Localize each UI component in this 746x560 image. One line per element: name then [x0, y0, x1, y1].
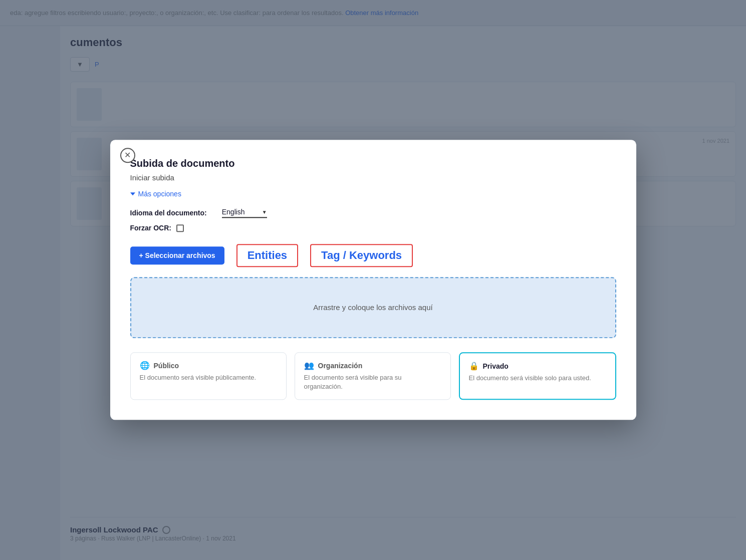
ocr-row: Forzar OCR: — [130, 224, 616, 232]
visibility-public[interactable]: 🌐 Público El documento será visible públ… — [130, 352, 287, 400]
entities-annotation-label[interactable]: Entities — [236, 244, 298, 267]
modal-title: Subida de documento — [130, 158, 616, 169]
drop-zone-text: Arrastre y coloque los archivos aquí — [313, 303, 432, 312]
visibility-public-desc: El documento será visible públicamente. — [140, 373, 277, 382]
visibility-public-header: 🌐 Público — [140, 361, 277, 370]
close-button[interactable]: ✕ — [120, 148, 135, 163]
triangle-icon — [130, 192, 135, 195]
lock-visibility-icon: 🔒 — [469, 361, 479, 371]
visibility-org-desc: El documento será visible para su organi… — [304, 373, 441, 391]
language-row: Idioma del documento: English Spanish Fr… — [130, 208, 616, 218]
ocr-label: Forzar OCR: — [130, 224, 171, 232]
language-select-wrapper: English Spanish French German Italian Po… — [222, 208, 267, 218]
ocr-checkbox[interactable] — [176, 224, 184, 232]
select-arrow-icon: ▼ — [262, 209, 267, 215]
visibility-organization[interactable]: 👥 Organización El documento será visible… — [295, 352, 451, 400]
visibility-private-desc: El documento será visible solo para uste… — [469, 374, 606, 383]
more-options-toggle[interactable]: Más opciones — [130, 190, 616, 198]
modal-subtitle: Iniciar subida — [130, 173, 616, 182]
action-row: + Seleccionar archivos Entities Tag / Ke… — [130, 244, 616, 267]
upload-modal: ✕ Subida de documento Iniciar subida Más… — [110, 140, 636, 420]
language-select[interactable]: English Spanish French German Italian Po… — [222, 208, 260, 216]
visibility-private-header: 🔒 Privado — [469, 361, 606, 371]
tags-annotation-label[interactable]: Tag / Keywords — [310, 244, 413, 267]
visibility-private-title: Privado — [483, 362, 509, 370]
visibility-org-title: Organización — [318, 362, 363, 370]
drop-zone[interactable]: Arrastre y coloque los archivos aquí — [130, 277, 616, 338]
language-label: Idioma del documento: — [130, 209, 207, 217]
globe-visibility-icon: 🌐 — [140, 361, 150, 370]
org-visibility-icon: 👥 — [304, 361, 314, 370]
select-files-button[interactable]: + Seleccionar archivos — [130, 246, 224, 264]
more-options-label: Más opciones — [138, 190, 181, 198]
visibility-private[interactable]: 🔒 Privado El documento será visible solo… — [459, 352, 616, 400]
visibility-public-title: Público — [154, 362, 179, 370]
visibility-options: 🌐 Público El documento será visible públ… — [130, 352, 616, 400]
visibility-org-header: 👥 Organización — [304, 361, 441, 370]
